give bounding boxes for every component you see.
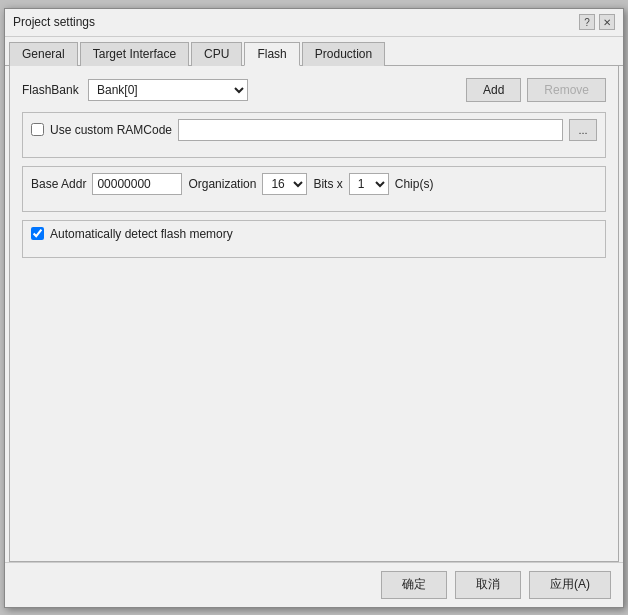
base-addr-label: Base Addr	[31, 177, 86, 191]
title-bar-left: Project settings	[13, 15, 95, 29]
custom-ramcode-label: Use custom RAMCode	[50, 123, 172, 137]
tab-bar: General Target Interface CPU Flash Produ…	[5, 37, 623, 66]
organization-select[interactable]: 8 16 32	[262, 173, 307, 195]
close-button[interactable]: ✕	[599, 14, 615, 30]
auto-detect-checkbox[interactable]	[31, 227, 44, 240]
tab-cpu[interactable]: CPU	[191, 42, 242, 66]
ok-button[interactable]: 确定	[381, 571, 447, 599]
dialog-title: Project settings	[13, 15, 95, 29]
auto-detect-section: Automatically detect flash memory	[22, 220, 606, 258]
bits-x-label: Bits x	[313, 177, 342, 191]
dialog: Project settings ? ✕ General Target Inte…	[4, 8, 624, 608]
browse-button[interactable]: ...	[569, 119, 597, 141]
cancel-button[interactable]: 取消	[455, 571, 521, 599]
base-addr-row: Base Addr Organization 8 16 32 Bits x 1 …	[31, 173, 597, 195]
bits-select[interactable]: 1 2 4	[349, 173, 389, 195]
flashbank-select[interactable]: Bank[0] Bank[1]	[88, 79, 248, 101]
tab-production[interactable]: Production	[302, 42, 385, 66]
chips-label: Chip(s)	[395, 177, 434, 191]
title-bar-buttons: ? ✕	[579, 14, 615, 30]
remove-button[interactable]: Remove	[527, 78, 606, 102]
flashbank-label: FlashBank	[22, 83, 82, 97]
footer: 确定 取消 应用(A)	[5, 562, 623, 607]
base-addr-input[interactable]	[92, 173, 182, 195]
custom-ramcode-checkbox[interactable]	[31, 123, 44, 136]
tab-flash[interactable]: Flash	[244, 42, 299, 66]
custom-ramcode-input[interactable]	[178, 119, 563, 141]
custom-ramcode-section: Use custom RAMCode ...	[22, 112, 606, 158]
custom-ramcode-row: Use custom RAMCode ...	[31, 119, 597, 141]
add-button[interactable]: Add	[466, 78, 521, 102]
help-button[interactable]: ?	[579, 14, 595, 30]
tab-general[interactable]: General	[9, 42, 78, 66]
auto-detect-label: Automatically detect flash memory	[50, 227, 233, 241]
auto-detect-row: Automatically detect flash memory	[31, 227, 597, 241]
flash-content: FlashBank Bank[0] Bank[1] Add Remove Use…	[9, 66, 619, 562]
title-bar: Project settings ? ✕	[5, 9, 623, 37]
tab-target-interface[interactable]: Target Interface	[80, 42, 189, 66]
base-addr-section: Base Addr Organization 8 16 32 Bits x 1 …	[22, 166, 606, 212]
flashbank-row: FlashBank Bank[0] Bank[1] Add Remove	[22, 78, 606, 102]
organization-label: Organization	[188, 177, 256, 191]
apply-button[interactable]: 应用(A)	[529, 571, 611, 599]
